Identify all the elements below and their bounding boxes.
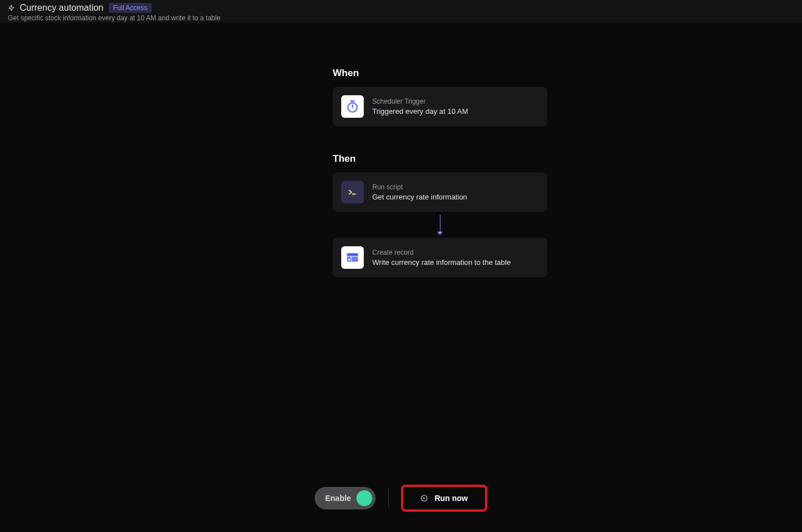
scheduler-icon	[341, 95, 364, 118]
trigger-type-label: Scheduler Trigger	[372, 97, 468, 105]
enable-label: Enable	[325, 494, 351, 503]
footer-toolbar: Enable Run now	[0, 464, 802, 532]
run-now-button[interactable]: Run now	[401, 485, 487, 512]
svg-rect-7	[347, 253, 358, 256]
play-icon	[420, 494, 428, 502]
enable-toggle[interactable]: Enable	[315, 487, 376, 509]
automation-canvas[interactable]: When Scheduler Trigger Triggered every d…	[0, 23, 802, 532]
trigger-description: Triggered every day at 10 AM	[372, 107, 468, 116]
svg-marker-0	[9, 5, 14, 11]
step-type-label: Run script	[372, 183, 467, 191]
table-icon	[341, 246, 364, 269]
step-description: Write currency rate information to the t…	[372, 258, 510, 267]
step-node-run-script[interactable]: Run script Get currency rate information	[333, 172, 547, 212]
bolt-icon	[8, 4, 15, 12]
step-description: Get currency rate information	[372, 193, 467, 201]
connector-arrow	[333, 212, 547, 238]
access-badge: Full Access	[109, 3, 152, 13]
then-section-label: Then	[333, 153, 547, 165]
step-node-create-record[interactable]: Create record Write currency rate inform…	[333, 238, 547, 277]
run-now-label: Run now	[434, 494, 468, 503]
divider	[388, 489, 389, 508]
page-subtitle: Get specific stock information every day…	[8, 14, 794, 22]
page-header: Currency automation Full Access Get spec…	[0, 0, 802, 23]
terminal-icon	[341, 181, 364, 203]
toggle-knob	[356, 490, 372, 506]
svg-marker-13	[424, 497, 425, 499]
when-section-label: When	[333, 68, 547, 79]
page-title: Currency automation	[20, 3, 104, 13]
trigger-node[interactable]: Scheduler Trigger Triggered every day at…	[333, 87, 547, 126]
step-type-label: Create record	[372, 249, 510, 256]
